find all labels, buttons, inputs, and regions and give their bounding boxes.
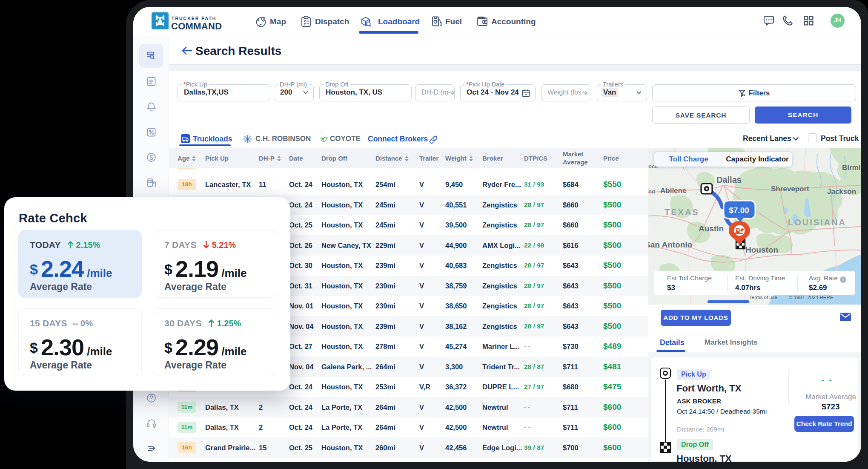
svg-text:Austin: Austin [699,224,724,233]
svg-text:TEXAS: TEXAS [665,207,699,217]
svg-text:Terms of use: Terms of use [749,295,777,300]
svg-text:Houston: Houston [745,245,778,254]
svg-text:Dallas: Dallas [716,175,742,184]
svg-text:LOUISIANA: LOUISIANA [788,218,846,227]
svg-text:Abilene: Abilene [660,187,686,195]
svg-text:nd: nd [648,188,655,195]
svg-text:San Antonio: San Antonio [648,240,692,249]
svg-text:Birmin: Birmin [842,164,861,172]
svg-text:© 1987–2024 HERE: © 1987–2024 HERE [789,295,834,300]
svg-text:Jackson: Jackson [827,187,856,196]
svg-text:Shreveport: Shreveport [771,185,809,193]
svg-text:$7.00: $7.00 [729,206,749,215]
